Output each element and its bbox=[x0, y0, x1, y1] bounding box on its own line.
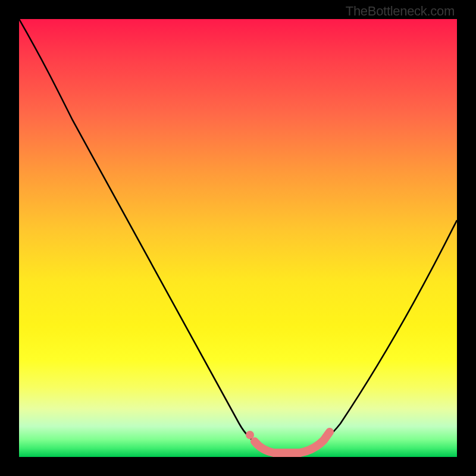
curve-svg bbox=[19, 19, 457, 457]
valley-highlight bbox=[255, 432, 330, 453]
valley-dot-left bbox=[246, 431, 254, 439]
chart-container: TheBottleneck.com bbox=[0, 0, 476, 476]
plot-area bbox=[19, 19, 457, 457]
watermark-text: TheBottleneck.com bbox=[346, 4, 455, 19]
bottleneck-curve bbox=[19, 19, 457, 451]
